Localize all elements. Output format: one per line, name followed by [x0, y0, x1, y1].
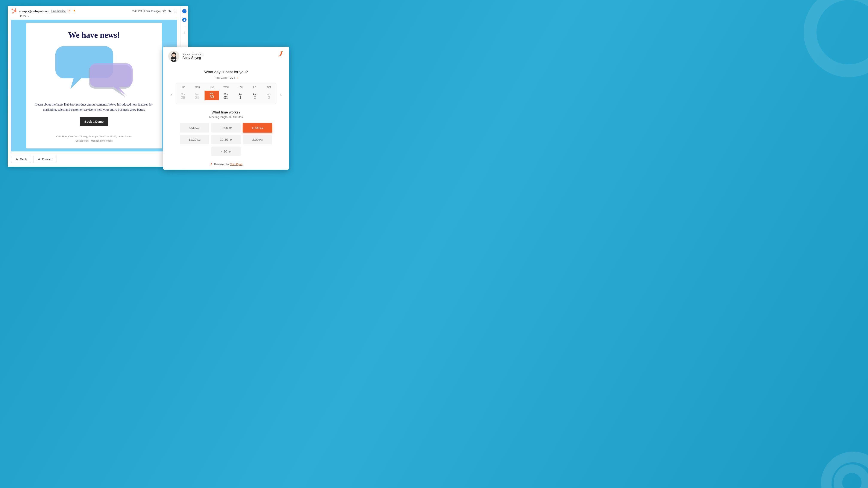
- sidebar-verify-icon[interactable]: ✓: [182, 9, 187, 13]
- date-cell: Mar29: [190, 92, 205, 101]
- time-grid: 9:30AM10:00AM11:00AM11:30AM12:30PM2:00PM…: [180, 123, 272, 156]
- chevron-down-icon: ▾: [237, 77, 238, 79]
- calendar-day: MonMar29: [190, 84, 205, 104]
- powered-prefix: Powered by: [214, 163, 230, 166]
- forward-button[interactable]: Forward: [33, 156, 57, 163]
- date-cell: Mar31: [219, 92, 233, 101]
- forward-arrow-icon: [37, 158, 40, 161]
- meeting-length: Meeting length: 30 Minutes: [168, 116, 284, 119]
- calendar-day[interactable]: FriApr2: [247, 84, 262, 104]
- time-slot[interactable]: 4:30PM: [211, 147, 241, 156]
- footer-address: Chili Piper, One Dock 72 Way, Brooklyn, …: [33, 134, 155, 139]
- time-slot[interactable]: 12:30PM: [211, 135, 241, 144]
- day-question: What day is best for you?: [168, 70, 284, 74]
- calendar-day: SunMar28: [176, 84, 190, 104]
- forward-label: Forward: [42, 158, 52, 161]
- sidebar-add-icon[interactable]: +: [183, 31, 185, 35]
- svg-point-11: [184, 19, 185, 20]
- calendar-day[interactable]: WedMar31: [219, 84, 233, 104]
- star-icon[interactable]: [162, 9, 166, 13]
- time-slot[interactable]: 11:00AM: [243, 123, 272, 133]
- date-cell: Mar28: [176, 92, 190, 101]
- date-cell: Apr1: [233, 92, 247, 101]
- calendar-day[interactable]: TueMar30: [205, 84, 219, 104]
- time-question: What time works?: [168, 110, 284, 115]
- time-slot[interactable]: 10:00AM: [211, 123, 241, 133]
- prev-week-icon[interactable]: ‹: [171, 92, 172, 97]
- email-footer: Chili Piper, One Dock 72 Way, Brooklyn, …: [33, 134, 155, 143]
- tz-value: EDT: [229, 76, 235, 79]
- day-of-week: Thu: [233, 86, 247, 89]
- to-line[interactable]: to me ▾: [20, 14, 177, 18]
- svg-point-6: [12, 9, 13, 10]
- svg-point-10: [175, 11, 176, 12]
- fire-icon[interactable]: [72, 9, 75, 13]
- email-actions: Reply Forward: [11, 156, 177, 163]
- calendar-day: SatApr3: [262, 84, 276, 104]
- unsubscribe-link[interactable]: Unsubscribe: [51, 10, 66, 13]
- scheduler-card: Pick a time with: Abby Sayeg What day is…: [163, 47, 289, 170]
- reply-button[interactable]: Reply: [11, 156, 31, 163]
- open-external-icon[interactable]: [67, 9, 71, 13]
- email-title: We have news!: [33, 30, 155, 40]
- email-description: Learn about the latest HubSpot product a…: [35, 102, 153, 112]
- more-icon[interactable]: [174, 9, 177, 13]
- day-of-week: Fri: [247, 86, 262, 89]
- hubspot-icon: [11, 8, 17, 14]
- chevron-down-icon: ▾: [28, 15, 29, 18]
- time-slot[interactable]: 2:00PM: [243, 135, 272, 144]
- footer-unsubscribe-link[interactable]: Unsubscribe: [75, 139, 88, 142]
- from-address: noreply@hubspot.com: [19, 10, 49, 13]
- footer-prefs-link[interactable]: Manage preferences: [91, 139, 113, 142]
- pick-time-label: Pick a time with:: [182, 53, 204, 56]
- reply-icon[interactable]: [168, 9, 172, 13]
- host-avatar: [168, 51, 180, 62]
- host-name: Abby Sayeg: [182, 56, 204, 60]
- calendar-strip: ‹ › SunMar28MonMar29TueMar30WedMar31ThuA…: [176, 83, 276, 104]
- tz-label: Time Zone: [214, 76, 227, 79]
- time-slot[interactable]: 11:30AM: [180, 135, 209, 144]
- timestamp: 2:46 PM (0 minutes ago): [132, 10, 160, 13]
- time-slot[interactable]: 9:30AM: [180, 123, 209, 133]
- sidebar-contact-icon[interactable]: [182, 18, 187, 22]
- chili-piper-logo-icon: [277, 51, 284, 58]
- svg-point-0: [14, 10, 16, 12]
- svg-line-5: [12, 9, 14, 11]
- powered-by: Powered by Chili Piper: [168, 163, 284, 166]
- book-demo-button[interactable]: Book a Demo: [80, 117, 108, 126]
- email-header: noreply@hubspot.com Unsubscribe 2:46 PM …: [11, 8, 177, 14]
- reply-arrow-icon: [15, 158, 18, 161]
- reply-label: Reply: [20, 158, 27, 161]
- email-body: We have news! Learn about the latest Hub…: [11, 20, 177, 152]
- svg-marker-7: [163, 9, 166, 12]
- svg-point-2: [15, 8, 16, 9]
- date-cell: Apr3: [262, 92, 276, 101]
- date-cell: Mar30: [205, 91, 219, 100]
- svg-point-9: [175, 10, 176, 11]
- svg-point-13: [172, 54, 176, 57]
- day-of-week: Wed: [219, 86, 233, 89]
- date-cell: Apr2: [247, 92, 262, 101]
- bg-decoration: [804, 0, 868, 77]
- speech-bubbles-illustration: [53, 44, 135, 95]
- timezone-row[interactable]: Time Zone EDT ▾: [168, 76, 284, 79]
- to-text: to me: [20, 14, 27, 18]
- day-of-week: Sun: [176, 86, 190, 89]
- svg-point-4: [12, 12, 13, 13]
- calendar-day[interactable]: ThuApr1: [233, 84, 247, 104]
- email-window: noreply@hubspot.com Unsubscribe 2:46 PM …: [8, 6, 188, 167]
- day-of-week: Sat: [262, 86, 276, 89]
- svg-point-8: [175, 10, 176, 10]
- next-week-icon[interactable]: ›: [280, 92, 281, 97]
- chili-piper-small-icon: [210, 163, 213, 166]
- chili-piper-link[interactable]: Chili Piper: [230, 163, 242, 166]
- day-of-week: Mon: [190, 86, 205, 89]
- day-of-week: Tue: [205, 86, 219, 89]
